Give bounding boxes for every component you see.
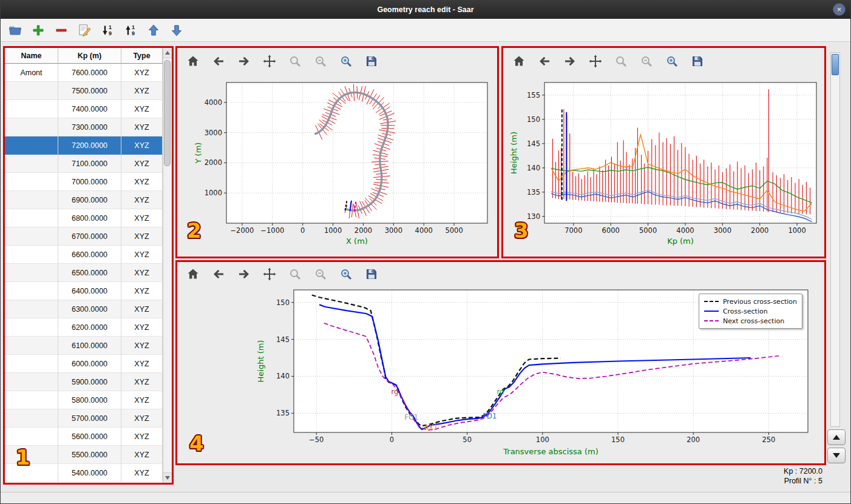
table-cell: 6500.0000 bbox=[58, 264, 121, 282]
table-row[interactable]: 5600.0000XYZ bbox=[5, 428, 172, 446]
scroll-down-icon[interactable] bbox=[163, 472, 172, 483]
scroll-up-icon[interactable] bbox=[163, 48, 172, 58]
save-figure-icon[interactable] bbox=[689, 53, 706, 70]
remove-profile-icon[interactable] bbox=[53, 22, 70, 39]
table-row[interactable]: 6300.0000XYZ bbox=[5, 300, 172, 318]
zoom-rect-icon[interactable] bbox=[337, 53, 354, 70]
svg-text:150: 150 bbox=[611, 435, 625, 444]
table-row[interactable]: 5700.0000XYZ bbox=[5, 409, 172, 428]
table-cell: XYZ bbox=[121, 173, 163, 191]
next-cross-section-line-sample bbox=[704, 320, 719, 321]
table-row[interactable]: Amont7600.0000XYZ bbox=[5, 64, 172, 82]
table-row[interactable]: 7400.0000XYZ bbox=[5, 100, 172, 118]
table-row[interactable]: 6800.0000XYZ bbox=[5, 209, 172, 227]
profile-scrollbar-thumb[interactable] bbox=[832, 54, 839, 75]
save-figure-icon[interactable] bbox=[363, 266, 380, 283]
table-cell: XYZ bbox=[121, 318, 163, 337]
svg-text:Height (m): Height (m) bbox=[509, 132, 518, 174]
svg-text:4000: 4000 bbox=[415, 226, 433, 235]
table-cell: XYZ bbox=[121, 409, 163, 428]
table-cell bbox=[5, 300, 58, 318]
move-profile-up-icon[interactable] bbox=[145, 22, 162, 39]
home-icon[interactable] bbox=[185, 53, 202, 70]
table-cell: XYZ bbox=[121, 64, 163, 82]
table-row[interactable]: 7100.0000XYZ bbox=[5, 155, 172, 173]
table-row[interactable]: 6700.0000XYZ bbox=[5, 227, 172, 246]
table-row[interactable]: 5800.0000XYZ bbox=[5, 391, 172, 409]
home-icon[interactable] bbox=[185, 266, 202, 283]
zoom-rect-icon[interactable] bbox=[663, 53, 680, 70]
close-button[interactable]: × bbox=[833, 3, 846, 16]
svg-text:150: 150 bbox=[527, 115, 540, 124]
svg-text:Kp (m): Kp (m) bbox=[667, 237, 694, 246]
move-profile-down-icon[interactable] bbox=[168, 22, 185, 39]
table-cell: 5500.0000 bbox=[58, 446, 121, 464]
table-row[interactable]: 6500.0000XYZ bbox=[5, 264, 172, 282]
add-profile-icon[interactable] bbox=[30, 22, 47, 39]
table-row[interactable]: 7000.0000XYZ bbox=[5, 173, 172, 191]
zoom-minus-disabled-icon[interactable] bbox=[312, 53, 329, 70]
zoom-disabled-icon[interactable] bbox=[286, 53, 303, 70]
zoom-minus-disabled-icon[interactable] bbox=[312, 266, 329, 283]
table-cell bbox=[5, 100, 58, 118]
svg-text:3000: 3000 bbox=[205, 129, 222, 137]
back-arrow-icon[interactable] bbox=[210, 266, 227, 283]
table-scrollbar-thumb[interactable] bbox=[164, 60, 171, 166]
main-toolbar: 1919 bbox=[1, 19, 850, 42]
table-row[interactable]: 6600.0000XYZ bbox=[5, 246, 172, 264]
home-icon[interactable] bbox=[510, 53, 527, 70]
pan-icon[interactable] bbox=[261, 53, 278, 70]
column-header-name[interactable]: Name bbox=[5, 48, 58, 64]
table-cell bbox=[5, 282, 58, 300]
back-arrow-icon[interactable] bbox=[210, 53, 227, 70]
profile-up-button[interactable] bbox=[827, 429, 846, 445]
profile-down-button[interactable] bbox=[827, 448, 846, 463]
table-cell: 6600.0000 bbox=[58, 246, 121, 264]
back-arrow-icon[interactable] bbox=[536, 53, 553, 70]
zoom-minus-disabled-icon[interactable] bbox=[638, 53, 655, 70]
save-figure-icon[interactable] bbox=[363, 53, 380, 70]
zoom-disabled-icon[interactable] bbox=[612, 53, 629, 70]
column-header-type[interactable]: Type bbox=[121, 48, 163, 64]
sort-descending-icon[interactable]: 19 bbox=[99, 22, 116, 39]
zoom-rect-icon[interactable] bbox=[337, 266, 354, 283]
title-bar[interactable]: Geometry reach edit - Saar × bbox=[1, 1, 850, 19]
svg-text:1000: 1000 bbox=[205, 189, 222, 197]
table-row[interactable]: 6100.0000XYZ bbox=[5, 337, 172, 355]
column-header-kp[interactable]: Kp (m) bbox=[58, 48, 121, 64]
table-cell: 6300.0000 bbox=[58, 300, 121, 318]
svg-text:200: 200 bbox=[687, 435, 700, 444]
forward-arrow-icon[interactable] bbox=[561, 53, 578, 70]
table-cell: XYZ bbox=[121, 82, 163, 100]
svg-text:2000: 2000 bbox=[354, 226, 372, 235]
table-scrollbar[interactable] bbox=[163, 48, 172, 483]
table-cell: XYZ bbox=[121, 464, 163, 482]
table-row[interactable]: 6400.0000XYZ bbox=[5, 282, 172, 300]
profile-scrollbar[interactable] bbox=[830, 52, 840, 427]
open-geometry-icon[interactable] bbox=[7, 22, 24, 39]
longitudinal-profile-plot[interactable]: 7000600050004000300020001000130135140145… bbox=[503, 75, 824, 257]
edit-profile-icon[interactable] bbox=[76, 22, 93, 39]
svg-text:135: 135 bbox=[527, 188, 540, 197]
table-row[interactable]: 6200.0000XYZ bbox=[5, 318, 172, 337]
forward-arrow-icon[interactable] bbox=[236, 266, 253, 283]
svg-text:2000: 2000 bbox=[751, 226, 768, 235]
table-row[interactable]: 5900.0000XYZ bbox=[5, 373, 172, 391]
table-row[interactable]: 7300.0000XYZ bbox=[5, 118, 172, 136]
zoom-disabled-icon[interactable] bbox=[286, 266, 303, 283]
table-row[interactable]: 6900.0000XYZ bbox=[5, 191, 172, 209]
table-cell: 7300.0000 bbox=[58, 118, 121, 136]
pan-icon[interactable] bbox=[261, 266, 278, 283]
plan-view-plot[interactable]: −2000−1000010002000300040005000100020003… bbox=[177, 75, 497, 257]
table-cell: 5400.0000 bbox=[58, 464, 121, 482]
svg-text:155: 155 bbox=[527, 91, 540, 99]
forward-arrow-icon[interactable] bbox=[236, 53, 253, 70]
down-triangle-icon bbox=[833, 453, 840, 458]
table-row[interactable]: 6000.0000XYZ bbox=[5, 355, 172, 373]
svg-text:140: 140 bbox=[527, 164, 540, 172]
table-row[interactable]: 7500.0000XYZ bbox=[5, 82, 172, 100]
pan-icon[interactable] bbox=[587, 53, 604, 70]
svg-text:1000: 1000 bbox=[324, 226, 342, 235]
table-row[interactable]: 7200.0000XYZ bbox=[5, 136, 172, 155]
sort-ascending-icon[interactable]: 19 bbox=[122, 22, 139, 39]
